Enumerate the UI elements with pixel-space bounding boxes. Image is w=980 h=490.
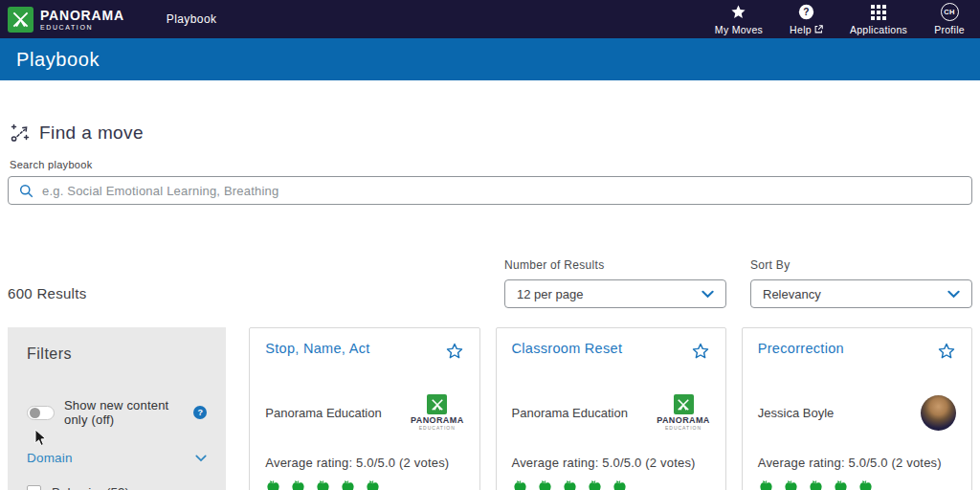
apple-icon	[783, 479, 799, 490]
move-card: Stop, Name, Act Panorama Education PANOR…	[249, 327, 479, 490]
search-icon	[19, 184, 33, 198]
external-link-icon	[814, 25, 823, 33]
panorama-logo: PANORAMA EDUCATION	[657, 394, 710, 431]
move-card: Precorrection Jessica Boyle Average rati…	[742, 327, 972, 490]
page-title: Playbook	[16, 49, 100, 71]
search-label: Search playbook	[10, 159, 972, 170]
apple-icon	[833, 479, 849, 490]
logo-name: PANORAMA	[657, 416, 710, 425]
apple-icon	[612, 479, 628, 490]
panorama-logo-icon	[427, 394, 447, 414]
panorama-logo[interactable]: PANORAMA EDUCATION	[8, 7, 124, 33]
filter-section-domain[interactable]: Domain	[27, 451, 207, 465]
help-label: Help	[790, 24, 812, 35]
find-a-move-heading: Find a move	[39, 122, 144, 144]
search-input[interactable]	[42, 184, 961, 198]
grid-icon	[871, 4, 886, 21]
profile-button[interactable]: CH Profile	[934, 4, 965, 35]
sort-by-label: Sort By	[750, 258, 972, 272]
brand-sub: EDUCATION	[40, 24, 124, 31]
card-title-link[interactable]: Classroom Reset	[512, 341, 623, 356]
apple-icon	[808, 479, 824, 490]
apple-icon	[562, 479, 578, 490]
favorite-star-icon[interactable]	[937, 342, 956, 361]
apple-icon	[512, 479, 528, 490]
author-photo-avatar	[921, 395, 956, 431]
search-box[interactable]	[8, 176, 972, 205]
panorama-logo-icon	[8, 7, 33, 33]
find-a-move-icon	[10, 122, 31, 144]
card-title-link[interactable]: Precorrection	[758, 341, 844, 356]
filters-panel: Filters Show new content only (off) ? Do…	[8, 327, 226, 490]
logo-sub: EDUCATION	[411, 426, 464, 431]
rating-apples	[758, 479, 956, 490]
logo-sub: EDUCATION	[657, 426, 710, 431]
results-count: 600 Results	[8, 285, 504, 301]
chevron-down-icon	[947, 290, 960, 299]
chevron-down-icon	[195, 455, 207, 462]
filters-title: Filters	[27, 345, 207, 363]
favorite-star-icon[interactable]	[445, 342, 464, 361]
star-icon	[730, 4, 746, 21]
behavior-label: Behavior (59)	[52, 485, 129, 490]
avatar-initials: CH	[944, 8, 954, 16]
apple-icon	[265, 479, 281, 490]
profile-label: Profile	[934, 24, 965, 35]
avatar: CH	[941, 3, 959, 21]
filter-checkbox-behavior[interactable]: Behavior (59)	[27, 485, 207, 490]
apple-icon	[290, 479, 306, 490]
per-page-value: 12 per page	[517, 287, 583, 301]
average-rating: Average rating: 5.0/5.0 (2 votes)	[512, 456, 710, 470]
help-button[interactable]: ? Help	[790, 4, 823, 35]
apple-icon	[365, 479, 381, 490]
apple-icon	[758, 479, 774, 490]
card-title-link[interactable]: Stop, Name, Act	[265, 341, 369, 356]
card-author: Panorama Education	[512, 406, 628, 420]
move-card: Classroom Reset Panorama Education PANOR…	[496, 327, 726, 490]
apple-icon	[537, 479, 553, 490]
checkbox-icon[interactable]	[27, 485, 41, 490]
apple-icon	[315, 479, 331, 490]
domain-label: Domain	[27, 451, 73, 465]
apple-icon	[587, 479, 603, 490]
average-rating: Average rating: 5.0/5.0 (2 votes)	[758, 456, 956, 470]
my-moves-button[interactable]: My Moves	[715, 4, 763, 35]
apple-icon	[340, 479, 356, 490]
card-author: Panorama Education	[265, 406, 381, 420]
logo-name: PANORAMA	[411, 416, 464, 425]
applications-button[interactable]: Applications	[850, 4, 907, 35]
sort-by-value: Relevancy	[763, 287, 821, 301]
my-moves-label: My Moves	[715, 24, 763, 35]
rating-apples	[512, 479, 710, 490]
apple-icon	[858, 479, 874, 490]
chevron-down-icon	[702, 290, 714, 299]
brand-name: PANORAMA	[40, 9, 124, 22]
top-nav: PANORAMA EDUCATION Playbook My Moves ?	[0, 0, 980, 38]
main-content: Find a move Search playbook 600 Results …	[0, 122, 980, 490]
panorama-logo-icon	[674, 394, 694, 414]
per-page-dropdown[interactable]: 12 per page	[504, 279, 726, 308]
card-author: Jessica Boyle	[758, 406, 834, 420]
per-page-label: Number of Results	[504, 258, 726, 272]
panorama-logo: PANORAMA EDUCATION	[411, 394, 464, 431]
page-banner: Playbook	[0, 38, 980, 80]
help-badge-icon[interactable]: ?	[193, 406, 207, 419]
svg-text:?: ?	[803, 7, 809, 17]
nav-item-playbook[interactable]: Playbook	[167, 12, 217, 26]
rating-apples	[265, 479, 463, 490]
favorite-star-icon[interactable]	[691, 342, 710, 361]
applications-label: Applications	[850, 24, 907, 35]
question-circle-icon: ?	[798, 4, 814, 21]
sort-by-dropdown[interactable]: Relevancy	[750, 279, 972, 308]
average-rating: Average rating: 5.0/5.0 (2 votes)	[265, 456, 463, 470]
new-content-toggle[interactable]	[27, 406, 55, 420]
new-content-toggle-label: Show new content only (off)	[64, 398, 184, 427]
